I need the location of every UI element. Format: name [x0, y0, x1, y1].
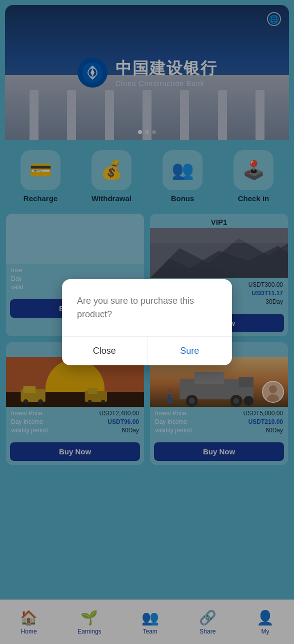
purchase-confirm-modal: Are you sure to purchase this product? C…: [62, 279, 232, 365]
modal-message: Are you sure to purchase this product?: [77, 294, 217, 321]
modal-close-button[interactable]: Close: [62, 337, 148, 365]
modal-sure-button[interactable]: Sure: [148, 337, 232, 365]
modal-actions: Close Sure: [62, 336, 232, 365]
modal-overlay: Are you sure to purchase this product? C…: [0, 0, 294, 644]
